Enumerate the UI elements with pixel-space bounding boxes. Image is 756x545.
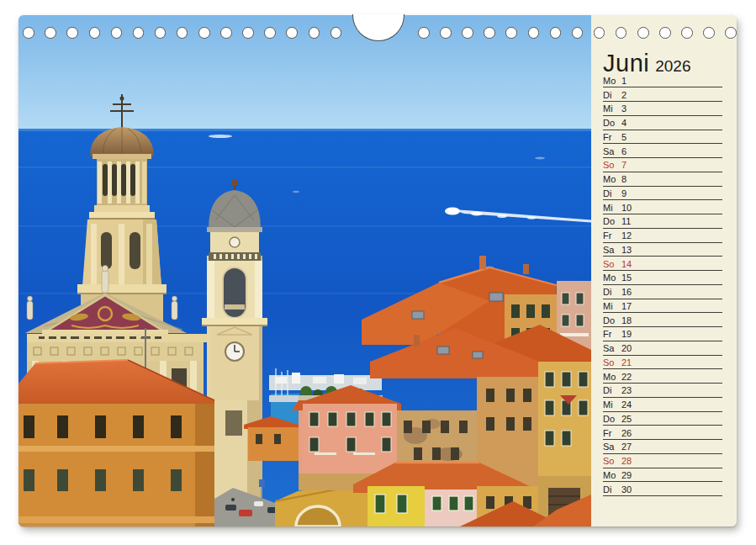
day-row: Mo15 [603, 271, 722, 285]
day-weekday: Do [603, 216, 621, 226]
day-number: 5 [621, 132, 626, 142]
day-number: 15 [621, 272, 632, 283]
day-number: 17 [621, 301, 632, 311]
day-number: 28 [621, 456, 632, 466]
calendar-page: Juni2026 Mo1Di2Mi3Do4Fr5Sa6So7Mo8Di9Mi10… [19, 15, 737, 526]
calendar-product-view: Juni2026 Mo1Di2Mi3Do4Fr5Sa6So7Mo8Di9Mi10… [0, 0, 756, 545]
day-weekday: Mi [603, 103, 621, 114]
day-row: Mi3 [603, 102, 722, 116]
day-number: 27 [621, 442, 632, 452]
binding-hole [505, 27, 517, 39]
day-number: 10 [621, 203, 632, 213]
day-number: 24 [621, 399, 632, 410]
binding-hole [484, 27, 495, 39]
day-number: 29 [621, 470, 632, 480]
day-row: Di23 [603, 384, 722, 398]
day-weekday: Mi [603, 301, 621, 311]
binding-hole [681, 27, 693, 39]
binding-hole [133, 27, 145, 39]
day-row: So14 [603, 257, 722, 271]
day-weekday: Di [603, 287, 621, 297]
day-row: Mi10 [603, 200, 722, 214]
day-number: 14 [621, 259, 632, 269]
day-row: So21 [603, 356, 722, 370]
day-number: 26 [621, 428, 632, 438]
day-weekday: Mi [603, 399, 621, 410]
binding-hole [155, 27, 167, 39]
day-row: Do11 [603, 214, 722, 229]
day-row: Do25 [603, 412, 722, 426]
day-number: 7 [621, 160, 626, 170]
day-number: 20 [621, 343, 632, 353]
month-heading: Juni2026 [603, 51, 690, 76]
photo-illustration [19, 15, 591, 526]
binding-hole [198, 27, 210, 39]
day-weekday: Do [603, 118, 621, 128]
binding-hole [572, 27, 584, 39]
binding-hole [45, 27, 56, 39]
binding-hole [111, 27, 123, 39]
binding-hole [440, 27, 452, 39]
day-row: Do4 [603, 116, 722, 130]
binding-hole [286, 27, 298, 39]
day-weekday: Sa [603, 245, 621, 255]
day-row: Sa20 [603, 341, 722, 356]
binding-hole [703, 27, 715, 39]
day-row: Mo29 [603, 468, 722, 483]
day-weekday: Sa [603, 146, 621, 156]
day-number: 8 [621, 174, 626, 184]
binding-hole [594, 27, 605, 39]
day-weekday: Mi [603, 203, 621, 213]
day-weekday: Di [603, 90, 621, 100]
day-row: Do18 [603, 313, 722, 327]
day-weekday: Mo [603, 372, 621, 382]
day-row: Mi24 [603, 398, 722, 412]
binding-hole [264, 27, 276, 39]
day-row: Di16 [603, 285, 722, 299]
day-number: 22 [621, 372, 632, 382]
day-row: Mo8 [603, 172, 722, 187]
day-weekday: Fr [603, 230, 621, 241]
day-number: 18 [621, 315, 632, 325]
binding-hole [242, 27, 254, 39]
binding-hole [550, 27, 562, 39]
day-row: Sa13 [603, 243, 722, 257]
day-number: 1 [621, 76, 626, 86]
day-row: Fr19 [603, 327, 722, 341]
binding-hole [659, 27, 671, 39]
day-weekday: Fr [603, 428, 621, 438]
day-row: Fr26 [603, 426, 722, 440]
day-row: Fr5 [603, 130, 722, 145]
month-title: Juni [603, 50, 649, 77]
day-row: Sa27 [603, 440, 722, 454]
day-number: 21 [621, 357, 632, 368]
day-number: 13 [621, 245, 632, 255]
day-weekday: Mo [603, 76, 621, 86]
binding-hole [528, 27, 540, 39]
binding-hole [330, 27, 342, 39]
binding-hole [309, 27, 320, 39]
day-number: 12 [621, 230, 632, 241]
day-number: 30 [621, 484, 632, 495]
day-weekday: Sa [603, 343, 621, 353]
day-number: 2 [621, 90, 626, 100]
day-number: 4 [621, 118, 626, 128]
day-weekday: Di [603, 484, 621, 495]
binding-hole [637, 27, 649, 39]
day-list: Mo1Di2Mi3Do4Fr5Sa6So7Mo8Di9Mi10Do11Fr12S… [603, 74, 722, 497]
day-row: Di2 [603, 87, 722, 102]
binding-hole [23, 27, 34, 39]
date-panel: Juni2026 Mo1Di2Mi3Do4Fr5Sa6So7Mo8Di9Mi10… [591, 15, 737, 526]
day-weekday: Do [603, 315, 621, 325]
day-row: Mi17 [603, 299, 722, 314]
day-weekday: Di [603, 385, 621, 395]
day-row: So7 [603, 158, 722, 172]
day-row: Di9 [603, 187, 722, 201]
day-weekday: So [603, 357, 621, 368]
day-row: So28 [603, 454, 722, 468]
binding-hole [725, 27, 737, 39]
day-weekday: Sa [603, 442, 621, 452]
day-row: Mo22 [603, 369, 722, 384]
day-number: 3 [621, 103, 626, 114]
day-weekday: So [603, 160, 621, 170]
